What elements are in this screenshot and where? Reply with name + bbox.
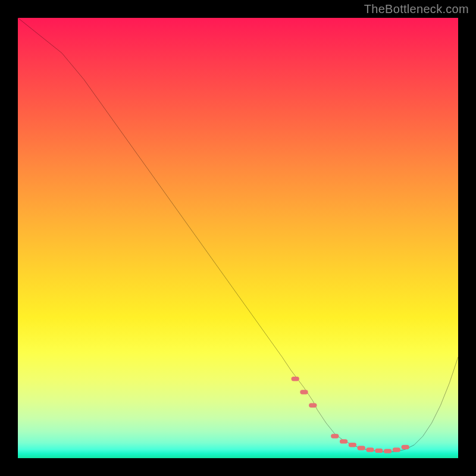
- curve-markers: [292, 377, 409, 453]
- curve-marker: [309, 403, 317, 408]
- curve-marker: [393, 447, 400, 452]
- chart-curve: [18, 18, 458, 458]
- bottleneck-curve: [18, 18, 458, 452]
- curve-marker: [358, 446, 365, 450]
- attribution-text: TheBottleneck.com: [364, 2, 469, 16]
- chart-plot-area: [18, 18, 458, 458]
- curve-marker: [292, 377, 299, 381]
- curve-marker: [375, 449, 383, 453]
- curve-marker: [402, 445, 409, 449]
- curve-marker: [300, 390, 308, 394]
- curve-marker: [349, 443, 356, 447]
- curve-marker: [384, 449, 392, 453]
- curve-marker: [331, 434, 339, 438]
- curve-marker: [366, 447, 374, 452]
- curve-marker: [340, 439, 347, 443]
